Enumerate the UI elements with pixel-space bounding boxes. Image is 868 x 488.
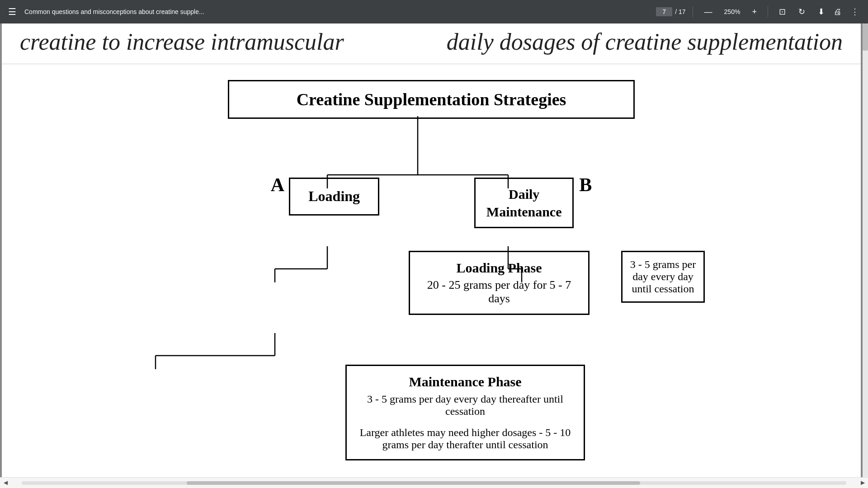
top-clipped-text: creatine to increase intramuscular daily… — [2, 23, 861, 64]
loading-phase-title: Loading Phase — [421, 260, 577, 276]
toolbar: ☰ Common questions and misconceptions ab… — [0, 0, 868, 23]
menu-button[interactable]: ☰ — [5, 4, 19, 20]
fit-page-icon: ⊡ — [779, 7, 786, 16]
download-button[interactable]: ⬇ — [814, 4, 828, 19]
print-icon: 🖨 — [834, 7, 842, 16]
zoom-level: 250% — [721, 8, 743, 15]
zoom-out-icon: — — [704, 7, 712, 16]
zoom-out-button[interactable]: — — [700, 5, 716, 19]
maintenance-phase-text: 3 - 5 grams per day every day thereafter… — [358, 393, 573, 418]
daily-sub-text: 3 - 5 grams per day every day until cess… — [630, 258, 696, 295]
document-title: Common questions and misconceptions abou… — [24, 8, 651, 15]
scroll-right-arrow[interactable]: ▶ — [857, 478, 868, 488]
page-navigation: / 17 — [656, 7, 685, 16]
zoom-in-icon: + — [752, 7, 757, 16]
horizontal-scrollbar[interactable]: ◀ ▶ — [0, 477, 868, 488]
scroll-track[interactable] — [22, 481, 846, 485]
scrollbar-thumb[interactable] — [863, 23, 868, 51]
clipped-text-right: daily dosages of creatine supplementatio… — [447, 28, 843, 56]
rotate-button[interactable]: ↻ — [795, 4, 809, 19]
main-content: creatine to increase intramuscular daily… — [0, 23, 863, 477]
menu-icon: ☰ — [8, 6, 16, 17]
label-b: B — [579, 174, 592, 196]
download-icon: ⬇ — [818, 7, 825, 16]
white-page: creatine to increase intramuscular daily… — [2, 23, 861, 477]
scroll-thumb[interactable] — [187, 481, 640, 485]
more-options-button[interactable]: ⋮ — [847, 4, 863, 19]
loading-phase-text: 20 - 25 grams per day for 5 - 7 days — [421, 278, 577, 305]
toolbar-right: ⬇ 🖨 ⋮ — [814, 4, 863, 19]
loading-box: Loading — [289, 178, 379, 216]
page-area: creatine to increase intramuscular daily… — [0, 23, 863, 477]
loading-phase-box: Loading Phase 20 - 25 grams per day for … — [409, 251, 590, 315]
divider-2 — [768, 6, 768, 17]
daily-box-text: DailyMaintenance — [484, 185, 564, 221]
main-title-text: Creatine Supplementation Strategies — [297, 90, 566, 109]
label-a: A — [271, 174, 284, 196]
maintenance-phase-title: Maintenance Phase — [358, 374, 573, 389]
more-icon: ⋮ — [851, 7, 859, 16]
scroll-left-arrow[interactable]: ◀ — [0, 478, 11, 488]
maintenance-phase-text2: Larger athletes may need higher dosages … — [358, 427, 573, 451]
zoom-in-button[interactable]: + — [748, 5, 760, 19]
vertical-scrollbar[interactable] — [863, 23, 868, 477]
daily-maintenance-box: DailyMaintenance — [474, 178, 574, 228]
page-total: / 17 — [675, 8, 685, 15]
loading-box-text: Loading — [303, 187, 365, 206]
daily-sub-box: 3 - 5 grams per day every day until cess… — [621, 251, 705, 303]
diagram-area: Creatine Supplementation Strategies A Lo… — [2, 71, 861, 260]
clipped-text-left: creatine to increase intramuscular — [20, 28, 344, 56]
maintenance-phase-box: Maintenance Phase 3 - 5 grams per day ev… — [345, 365, 585, 460]
divider-1 — [693, 6, 693, 17]
page-number-input[interactable] — [656, 7, 672, 16]
main-title-box: Creatine Supplementation Strategies — [228, 80, 635, 119]
rotate-icon: ↻ — [798, 7, 805, 16]
main-title-container: Creatine Supplementation Strategies — [29, 80, 834, 119]
flowchart: Creatine Supplementation Strategies A Lo… — [29, 80, 834, 251]
fit-page-button[interactable]: ⊡ — [775, 4, 789, 19]
print-button[interactable]: 🖨 — [830, 5, 845, 19]
